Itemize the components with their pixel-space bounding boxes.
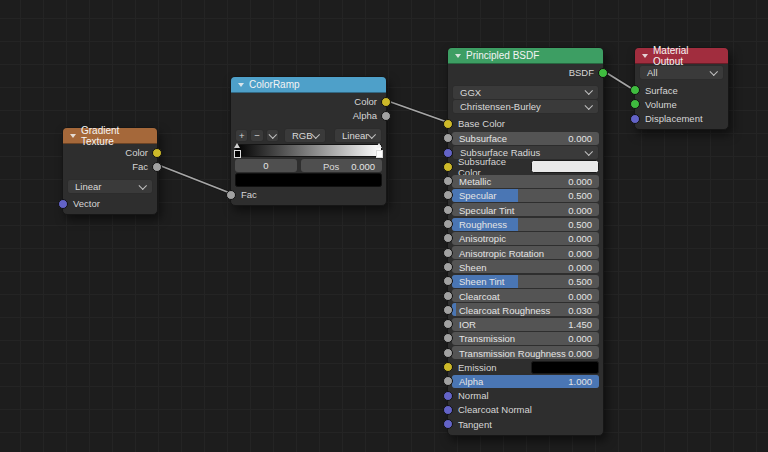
dropdown-value: RGB (292, 130, 313, 141)
socket-base-color-input[interactable] (443, 119, 453, 129)
node-colorramp[interactable]: ColorRamp Color Alpha + − RGB Linear (230, 76, 387, 206)
metallic-slider[interactable]: Metallic 0.000 (452, 175, 599, 188)
socket-input[interactable] (443, 162, 453, 172)
specular-slider[interactable]: Specular 0.500 (452, 189, 599, 202)
ramp-tools-menu-button[interactable] (266, 129, 279, 142)
input-label: Emission (458, 362, 497, 373)
transmission-slider[interactable]: Transmission 0.000 (452, 332, 599, 345)
add-stop-button[interactable]: + (235, 129, 248, 142)
input-row-emission: Emission (448, 361, 603, 374)
socket-input[interactable] (443, 419, 453, 429)
collapse-arrow-icon[interactable] (642, 54, 648, 58)
socket-volume-input[interactable] (630, 99, 640, 109)
socket-surface-input[interactable] (630, 85, 640, 95)
sheen-tint-slider[interactable]: Sheen Tint 0.500 (452, 275, 599, 288)
stop-position-field[interactable]: Pos 0.000 (301, 159, 382, 172)
gradient-bar[interactable] (235, 144, 382, 157)
socket-alpha-output[interactable] (381, 111, 391, 121)
node-editor-canvas[interactable]: { "editor": { "background": "#1d1d1d", "… (0, 0, 768, 452)
stop-color-swatch[interactable] (235, 173, 382, 187)
dropdown-value: All (647, 67, 658, 78)
collapse-arrow-icon[interactable] (238, 83, 244, 87)
collapse-arrow-icon[interactable] (455, 54, 461, 58)
input-row-transmission: Transmission 0.000 (448, 332, 603, 345)
pos-value: 0.000 (351, 161, 375, 172)
socket-color-output[interactable] (381, 97, 391, 107)
colorband-gradient[interactable] (235, 143, 382, 158)
emission-color-swatch[interactable] (531, 361, 599, 374)
node-gradient-texture[interactable]: Gradient Texture Color Fac Linear Vector (62, 127, 158, 215)
socket-input[interactable] (443, 219, 453, 229)
socket-input[interactable] (443, 362, 453, 372)
specular-tint-slider[interactable]: Specular Tint 0.000 (452, 203, 599, 216)
socket-displacement-input[interactable] (630, 114, 640, 124)
input-row-transmission-roughness: Transmission Roughness 0.000 (448, 346, 603, 359)
subsurface-method-dropdown[interactable]: Christensen-Burley (452, 99, 599, 114)
socket-input[interactable] (443, 348, 453, 358)
ior-slider[interactable]: IOR 1.450 (452, 318, 599, 331)
socket-input[interactable] (443, 148, 453, 158)
socket-fac-input[interactable] (226, 190, 236, 200)
node-header[interactable]: Material Output (635, 48, 728, 64)
input-row-sheen: Sheen 0.000 (448, 260, 603, 273)
collapse-arrow-icon[interactable] (70, 134, 76, 138)
pos-label: Pos (323, 161, 339, 172)
subsurface-slider[interactable]: Subsurface 0.000 (452, 132, 599, 145)
interpolation-dropdown[interactable]: Linear (334, 128, 382, 143)
active-stop-index-field[interactable]: 0 (235, 159, 297, 172)
node-principled-bsdf[interactable]: Principled BSDF BSDF GGX Christensen-Bur… (447, 47, 604, 436)
socket-color-output[interactable] (152, 148, 162, 158)
output-target-dropdown[interactable]: All (639, 65, 724, 80)
chevron-down-icon (311, 130, 319, 138)
clearcoat-roughness-slider[interactable]: Clearcoat Roughness 0.030 (452, 303, 599, 316)
input-row-roughness: Roughness 0.500 (448, 218, 603, 231)
input-row-surface: Surface (635, 84, 728, 97)
input-row-metallic: Metallic 0.000 (448, 175, 603, 188)
socket-vector-input[interactable] (58, 199, 68, 209)
node-header[interactable]: ColorRamp (231, 77, 386, 93)
subsurface-color-swatch[interactable] (531, 160, 599, 173)
socket-input[interactable] (443, 262, 453, 272)
socket-bsdf-output[interactable] (598, 68, 608, 78)
node-header[interactable]: Gradient Texture (63, 128, 157, 144)
socket-input[interactable] (443, 391, 453, 401)
clearcoat-slider[interactable]: Clearcoat 0.000 (452, 289, 599, 302)
input-row-clearcoat-normal: Clearcoat Normal (448, 403, 603, 416)
node-link[interactable] (156, 164, 230, 193)
node-material-output[interactable]: Material Output All Surface Volume Displ… (634, 47, 729, 130)
dropdown-value: Linear (75, 181, 101, 192)
dropdown-value: Linear (342, 130, 368, 141)
anisotropic-slider[interactable]: Anisotropic 0.000 (452, 232, 599, 245)
color-mode-dropdown[interactable]: RGB (284, 128, 326, 143)
input-row-specular-tint: Specular Tint 0.000 (448, 203, 603, 216)
sheen-slider[interactable]: Sheen 0.000 (452, 260, 599, 273)
transmission-roughness-slider[interactable]: Transmission Roughness 0.000 (452, 346, 599, 359)
distribution-dropdown[interactable]: GGX (452, 85, 599, 100)
output-row-color: Color (63, 146, 157, 159)
output-label: Fac (132, 161, 148, 172)
remove-stop-button[interactable]: − (250, 129, 263, 142)
input-label: Base Color (458, 118, 505, 129)
input-label: Vector (73, 198, 100, 209)
socket-input[interactable] (443, 405, 453, 415)
node-header[interactable]: Principled BSDF (448, 48, 603, 64)
socket-input[interactable] (443, 205, 453, 215)
input-label: Tangent (458, 419, 492, 430)
roughness-slider[interactable]: Roughness 0.500 (452, 218, 599, 231)
node-link[interactable] (385, 100, 447, 122)
input-row-volume: Volume (635, 98, 728, 111)
ramp-stop-white[interactable] (375, 143, 384, 158)
socket-fac-output[interactable] (152, 162, 162, 172)
input-row-subsurface-color: Subsurface Color (448, 160, 603, 173)
output-row-bsdf: BSDF (448, 66, 603, 79)
input-row-normal: Normal (448, 389, 603, 402)
socket-input[interactable] (443, 305, 453, 315)
output-label: Color (354, 96, 377, 107)
alpha-slider[interactable]: Alpha 1.000 (452, 375, 599, 388)
socket-input[interactable] (443, 291, 453, 301)
gradient-type-dropdown[interactable]: Linear (67, 179, 153, 194)
input-row-alpha: Alpha 1.000 (448, 375, 603, 388)
ramp-stop-black[interactable] (233, 143, 242, 158)
anisotropic-rotation-slider[interactable]: Anisotropic Rotation 0.000 (452, 246, 599, 259)
socket-input[interactable] (443, 248, 453, 258)
